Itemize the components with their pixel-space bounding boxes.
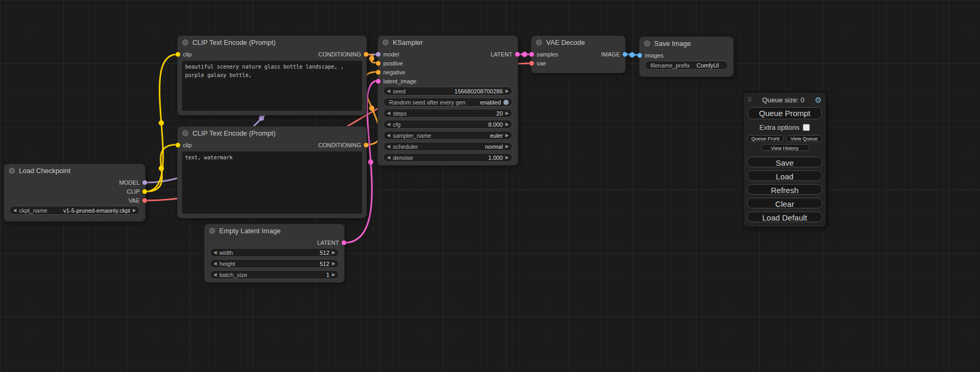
increment-arrow-icon[interactable]: ▶ [506,156,509,160]
load-button[interactable]: Load [747,170,822,181]
widget-steps[interactable]: ◀ steps 20 ▶ [383,109,512,118]
link-midpoint-dot[interactable] [159,166,164,171]
node-title-bar[interactable]: Save Image [639,37,733,50]
input-port-negative[interactable] [376,70,381,74]
increment-arrow-icon[interactable]: ▶ [506,122,509,127]
node-title-bar[interactable]: VAE Decode [531,36,625,49]
load-default-button[interactable]: Load Default [747,212,822,222]
input-port-samples[interactable] [529,52,534,56]
increment-arrow-icon[interactable]: ▶ [506,111,509,116]
output-port-latent[interactable] [342,240,346,245]
widget-scheduler[interactable]: ◀ scheduler normal ▶ [383,142,512,151]
input-label-images: images [645,52,663,59]
collapse-dot-icon[interactable] [644,41,650,46]
queue-prompt-button[interactable]: Queue Prompt [748,107,822,119]
clear-button[interactable]: Clear [747,198,822,208]
collapse-dot-icon[interactable] [383,40,389,45]
view-queue-button[interactable]: View Queue [786,135,823,142]
link-midpoint-dot[interactable] [522,52,527,57]
view-history-button[interactable]: View History [761,144,809,151]
node-title-bar[interactable]: CLIP Text Encode (Prompt) [178,36,366,49]
prompt-text-input[interactable]: beautiful scenery nature glass bottle la… [182,61,362,111]
output-port-image[interactable] [623,52,627,56]
widget-label: filename_prefix [651,62,690,69]
node-clip-text-encode-negative[interactable]: CLIP Text Encode (Prompt) clip CONDITION… [178,127,366,218]
slot-list: samples IMAGE vae [531,49,625,68]
output-port-clip[interactable] [142,189,147,194]
increment-arrow-icon[interactable]: ▶ [332,262,335,266]
widget-denoise[interactable]: ◀ denoise 1.000 ▶ [383,153,512,162]
node-title-bar[interactable]: CLIP Text Encode (Prompt) [178,127,366,139]
link-midpoint-dot[interactable] [369,106,374,111]
input-port-images[interactable] [637,53,642,58]
node-title-bar[interactable]: Empty Latent Image [205,224,344,237]
widget-sampler-name[interactable]: ◀ sampler_name euler ▶ [383,131,512,140]
input-port-positive[interactable] [376,61,381,65]
widget-seed[interactable]: ◀ seed 156680208700286 ▶ [383,87,512,96]
widget-filename-prefix[interactable]: filename_prefix ComfyUI [645,61,728,70]
node-ksampler[interactable]: KSampler model LATENT positive negative … [378,36,518,165]
decrement-arrow-icon[interactable]: ◀ [387,122,390,127]
widget-cfg[interactable]: ◀ cfg 8.000 ▶ [383,120,512,129]
decrement-arrow-icon[interactable]: ◀ [214,273,217,277]
increment-arrow-icon[interactable]: ▶ [332,251,335,255]
decrement-arrow-icon[interactable]: ◀ [214,262,217,266]
settings-gear-icon[interactable]: ⚙ [815,96,822,104]
output-port-conditioning[interactable] [364,142,368,147]
save-button[interactable]: Save [747,157,822,167]
collapse-dot-icon[interactable] [182,40,188,45]
decrement-arrow-icon[interactable]: ◀ [387,111,390,116]
output-port-conditioning[interactable] [364,52,368,56]
collapse-dot-icon[interactable] [182,130,188,136]
link-midpoint-dot[interactable] [629,52,635,58]
widget-width[interactable]: ◀ width 512 ▶ [210,248,339,257]
queue-panel: ⠿ Queue size: 0 ⚙ Queue Prompt Extra opt… [743,92,826,227]
queue-front-button[interactable]: Queue Front [747,135,784,142]
link-midpoint-dot[interactable] [159,120,164,126]
decrement-arrow-icon[interactable]: ◀ [387,89,390,93]
node-load-checkpoint[interactable]: Load Checkpoint MODEL CLIP VAE ◀ ckpt_na… [4,164,145,221]
increment-arrow-icon[interactable]: ▶ [133,208,136,213]
prompt-text-input[interactable]: text, watermark [182,151,362,214]
increment-arrow-icon[interactable]: ▶ [332,273,335,277]
output-label-latent: LATENT [317,240,339,246]
graph-canvas[interactable]: Load Checkpoint MODEL CLIP VAE ◀ ckpt_na… [0,0,980,372]
widget-random-seed-toggle[interactable]: Random seed after every gen enabled [383,98,512,107]
increment-arrow-icon[interactable]: ▶ [506,89,509,93]
collapse-dot-icon[interactable] [536,40,542,45]
input-port-model[interactable] [376,52,381,56]
drag-handle-icon[interactable]: ⠿ [748,97,752,103]
collapse-dot-icon[interactable] [209,228,215,234]
link-midpoint-dot[interactable] [369,56,374,61]
widget-height[interactable]: ◀ height 512 ▶ [210,259,339,268]
input-port-vae[interactable] [529,61,534,65]
link-midpoint-dot[interactable] [259,116,264,121]
decrement-arrow-icon[interactable]: ◀ [13,208,16,213]
output-port-latent[interactable] [515,52,520,56]
node-title-bar[interactable]: Load Checkpoint [4,164,145,177]
collapse-dot-icon[interactable] [9,168,15,174]
node-clip-text-encode-positive[interactable]: CLIP Text Encode (Prompt) clip CONDITION… [178,36,366,115]
node-save-image[interactable]: Save Image images filename_prefix ComfyU… [639,37,733,77]
extra-options-checkbox[interactable] [803,124,810,131]
input-port-latent-image[interactable] [376,79,381,83]
node-empty-latent-image[interactable]: Empty Latent Image LATENT ◀ width 512 ▶ … [205,224,344,282]
toggle-knob-icon[interactable] [503,100,509,105]
input-port-clip[interactable] [176,142,180,147]
node-vae-decode[interactable]: VAE Decode samples IMAGE vae [531,36,625,73]
output-port-model[interactable] [142,180,147,185]
widget-ckpt-name[interactable]: ◀ ckpt_name v1-5-pruned-emaonly.ckpt ▶ [9,206,140,215]
decrement-arrow-icon[interactable]: ◀ [387,145,390,149]
node-title-bar[interactable]: KSampler [378,36,518,49]
increment-arrow-icon[interactable]: ▶ [506,133,509,138]
output-port-vae[interactable] [142,198,147,203]
decrement-arrow-icon[interactable]: ◀ [387,133,390,138]
increment-arrow-icon[interactable]: ▶ [506,145,509,149]
decrement-arrow-icon[interactable]: ◀ [214,251,217,255]
link-midpoint-dot[interactable] [368,159,373,165]
refresh-button[interactable]: Refresh [747,184,822,195]
slot-row: MODEL [4,178,145,187]
widget-batch-size[interactable]: ◀ batch_size 1 ▶ [210,270,339,279]
decrement-arrow-icon[interactable]: ◀ [387,156,390,160]
input-port-clip[interactable] [176,52,180,56]
